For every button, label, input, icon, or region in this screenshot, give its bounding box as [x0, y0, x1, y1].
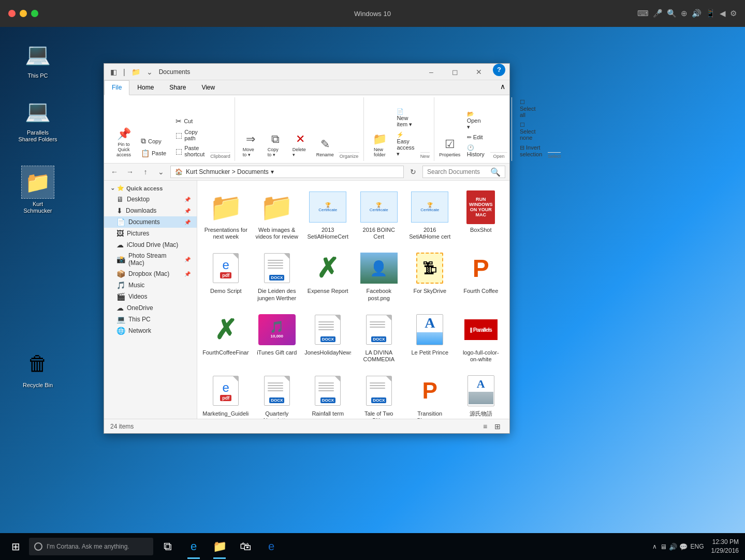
- file-genji[interactable]: A 源氏物語: [457, 369, 506, 419]
- file-fourth-coffee[interactable]: P Fourth Coffee: [457, 246, 506, 305]
- toolbar-icon-2[interactable]: |: [121, 67, 127, 77]
- copy-btn[interactable]: ⧉ Copy: [137, 135, 170, 147]
- settings-icon[interactable]: ⚙: [730, 9, 737, 18]
- edit-btn[interactable]: ✏ Edit: [463, 132, 488, 142]
- quick-access-header[interactable]: ⌄ ⭐ Quick access: [104, 183, 197, 194]
- edge-taskbar-btn[interactable]: e: [181, 533, 206, 560]
- forward-btn[interactable]: →: [124, 166, 136, 178]
- properties-btn[interactable]: ☑ Properties: [439, 136, 461, 159]
- nav-item-documents[interactable]: 📄 Documents 📌: [104, 216, 197, 228]
- file-logo[interactable]: || Parallels logo-full-color-on-white: [457, 307, 506, 366]
- nav-item-photo-stream[interactable]: 📸 Photo Stream (Mac) 📌: [104, 250, 197, 268]
- network-tray-icon[interactable]: 🖥: [660, 543, 667, 551]
- magnify-icon[interactable]: 🔍: [667, 9, 677, 18]
- ribbon-collapse-btn[interactable]: ∧: [496, 80, 509, 95]
- task-view-btn[interactable]: ⧉: [155, 533, 180, 560]
- window-controls[interactable]: – ◻ ✕ ?: [419, 64, 505, 80]
- desktop-icon-this-pc[interactable]: 💻 This PC: [14, 37, 61, 79]
- move-to-btn[interactable]: ⇒ Move to ▾: [239, 131, 262, 159]
- mic-icon[interactable]: 🎤: [653, 9, 663, 18]
- nav-item-videos[interactable]: 🎬 Videos: [104, 291, 197, 302]
- history-btn[interactable]: 🕐 History: [463, 143, 488, 159]
- mac-window-controls[interactable]: [8, 10, 38, 17]
- file-itunes[interactable]: 🎵 10,000 iTunes Gift card: [253, 307, 302, 366]
- tray-expand-icon[interactable]: ∧: [652, 543, 657, 550]
- cut-btn[interactable]: ✂ Cut: [172, 115, 208, 127]
- view-buttons[interactable]: ≡ ⊞: [479, 421, 503, 432]
- rename-btn[interactable]: ✎ Rename: [314, 136, 337, 159]
- tab-home[interactable]: Home: [129, 80, 162, 95]
- file-boinc-2016[interactable]: 🏆 Certificate 2016 BOINC Cert: [355, 185, 404, 244]
- file-seti-2013[interactable]: 🏆 Certificate 2013 SetiAtHomeCert: [303, 185, 353, 244]
- arrow-icon[interactable]: ◀: [720, 9, 726, 18]
- file-quarterly[interactable]: DOCX Quarterly Newsletter: [253, 369, 302, 419]
- volume-tray-icon[interactable]: 🔊: [669, 543, 677, 551]
- nav-item-downloads[interactable]: ⬇ Downloads 📌: [104, 205, 197, 216]
- select-all-btn[interactable]: ☐ Select all: [516, 97, 546, 120]
- toolbar-icon-folder[interactable]: 📁: [129, 67, 142, 77]
- store-taskbar-btn[interactable]: 🛍: [233, 533, 258, 560]
- easy-access-btn[interactable]: ⚡ Easy access ▾: [393, 130, 418, 159]
- search-input[interactable]: [427, 168, 488, 175]
- copy-path-btn[interactable]: ⬚ Copy path: [172, 127, 208, 143]
- up-btn[interactable]: ↑: [139, 166, 152, 178]
- nav-item-icloud[interactable]: ☁ iCloud Drive (Mac): [104, 239, 197, 250]
- toolbar-icon-3[interactable]: ⌄: [144, 67, 155, 77]
- refresh-btn[interactable]: ↻: [407, 166, 419, 178]
- device-icon[interactable]: 📱: [706, 9, 715, 18]
- ie-taskbar-btn[interactable]: e: [259, 533, 284, 560]
- file-boxshot[interactable]: RUN WINDOWS ON YOUR MAC BoxShot: [457, 185, 506, 244]
- invert-selection-btn[interactable]: ⊟ Invert selection: [516, 143, 546, 159]
- file-transition[interactable]: P Transition Showcase: [405, 369, 455, 419]
- lang-label[interactable]: ENG: [691, 543, 704, 550]
- back-btn[interactable]: ←: [108, 166, 121, 178]
- file-facebook[interactable]: 👤 Facebook post.png: [355, 246, 404, 305]
- file-web-images[interactable]: 📁 Web images & videos for review: [253, 185, 302, 244]
- file-tale-two-cities[interactable]: DOCX Tale of Two Cities: [355, 369, 404, 419]
- mac-close-btn[interactable]: [8, 10, 16, 17]
- desktop-icon-kurt[interactable]: 📁 KurtSchmucker: [14, 166, 61, 214]
- nav-item-desktop[interactable]: 🖥 Desktop 📌: [104, 194, 197, 205]
- delete-btn[interactable]: ✕ Delete ▾: [289, 131, 312, 159]
- file-fourth-coffee-financials[interactable]: ✗ FourthCoffeeFinancials: [201, 307, 251, 366]
- tab-view[interactable]: View: [194, 80, 223, 95]
- file-divina[interactable]: DOCX LA DIVINA COMMEDIA: [355, 307, 404, 366]
- desktop-icon-recycle-bin[interactable]: 🗑 Recycle Bin: [14, 347, 61, 389]
- pin-to-quick-access-btn[interactable]: 📌 Pin to Quickaccess: [112, 126, 135, 159]
- new-folder-btn[interactable]: 📁 Newfolder: [368, 131, 391, 159]
- file-presentations[interactable]: 📁 Presentations for next week: [201, 185, 251, 244]
- list-view-btn[interactable]: ≡: [479, 421, 491, 432]
- file-leiden[interactable]: DOCX Die Leiden des jungen Werther: [253, 246, 302, 305]
- address-path[interactable]: 🏠 Kurt Schmucker > Documents ▾: [170, 166, 404, 178]
- file-rainfall[interactable]: DOCX Rainfall term paper: [303, 369, 353, 419]
- start-button[interactable]: ⊞: [2, 533, 29, 560]
- notification-tray-icon[interactable]: 💬: [679, 543, 688, 551]
- file-seti-2016[interactable]: 🏆 Certificate 2016 SetiAtHome cert: [405, 185, 455, 244]
- keyboard-icon[interactable]: ⌨: [637, 9, 649, 18]
- mac-maximize-btn[interactable]: [31, 10, 38, 17]
- file-skydrive[interactable]: 🗜 For SkyDrive: [405, 246, 455, 305]
- win-restore-btn[interactable]: ◻: [443, 64, 467, 80]
- open-btn[interactable]: 📂 Open ▾: [463, 109, 488, 132]
- taskbar-search[interactable]: I'm Cortana. Ask me anything.: [29, 538, 153, 555]
- select-none-btn[interactable]: ☐ Select none: [516, 120, 546, 142]
- file-explorer-taskbar-btn[interactable]: 📁: [207, 533, 232, 560]
- paste-btn[interactable]: 📋 Paste: [137, 148, 170, 159]
- file-marketing[interactable]: e pdf Marketing_Guidelines_2015: [201, 369, 251, 419]
- nav-item-music[interactable]: 🎵 Music: [104, 279, 197, 291]
- file-expense[interactable]: ✗ Expense Report: [303, 246, 353, 305]
- file-demo-script[interactable]: e pdf Demo Script: [201, 246, 251, 305]
- taskbar-clock[interactable]: 12:30 PM 1/29/2016: [711, 538, 739, 555]
- tab-share[interactable]: Share: [162, 80, 194, 95]
- tab-file[interactable]: File: [104, 80, 129, 95]
- volume-icon[interactable]: 🔊: [692, 9, 702, 18]
- win-minimize-btn[interactable]: –: [419, 64, 443, 80]
- grid-view-btn[interactable]: ⊞: [492, 421, 503, 432]
- nav-item-dropbox[interactable]: 📦 Dropbox (Mac) 📌: [104, 268, 197, 279]
- file-jones[interactable]: DOCX JonesHolidayNewsletter: [303, 307, 353, 366]
- file-petit-prince[interactable]: A Le Petit Prince: [405, 307, 455, 366]
- nav-item-onedrive[interactable]: ☁ OneDrive: [104, 302, 197, 314]
- recent-locations-btn[interactable]: ⌄: [155, 166, 167, 178]
- airplay-icon[interactable]: ⊕: [681, 9, 688, 18]
- nav-item-network[interactable]: 🌐 Network: [104, 325, 197, 336]
